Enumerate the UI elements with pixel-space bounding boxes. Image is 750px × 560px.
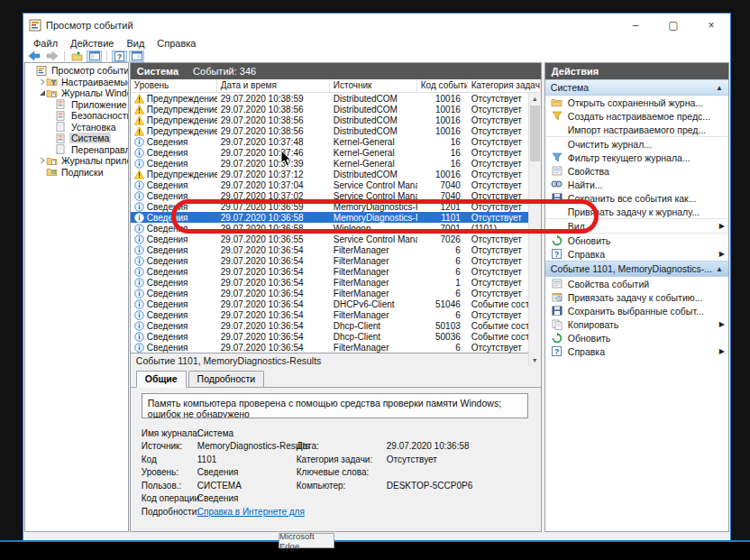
online-help-link[interactable]: Справка в Интернете для xyxy=(197,507,297,517)
scroll-up-icon[interactable]: ▲ xyxy=(529,93,541,104)
toolbar-separator xyxy=(64,51,65,61)
collapse-icon[interactable]: ▲ xyxy=(712,265,723,273)
event-row[interactable]: Сведения29.07.2020 10:37:02Service Contr… xyxy=(131,190,541,201)
event-row[interactable]: Предупреждение29.07.2020 10:37:12Distrib… xyxy=(131,169,541,179)
chevron-right-icon[interactable] xyxy=(38,78,46,86)
action-item[interactable]: Свойства событий xyxy=(545,277,728,290)
action-item-label: Справка xyxy=(568,346,605,357)
log-icon xyxy=(56,99,67,109)
scroll-down-icon[interactable]: ▼ xyxy=(529,354,541,365)
column-header-4[interactable]: Категория задачи xyxy=(468,79,541,92)
column-header-1[interactable]: Дата и время xyxy=(217,79,330,92)
info-icon xyxy=(134,234,144,244)
event-row[interactable]: Сведения29.07.2020 10:36:59MemoryDiagnos… xyxy=(131,201,541,212)
action-pane-toggle-button[interactable] xyxy=(129,50,144,62)
tree-node-label: Просмотр событий (Локальный) xyxy=(50,65,129,76)
event-row[interactable]: Предупреждение29.07.2020 10:38:56Distrib… xyxy=(131,104,541,115)
actions-section-header[interactable]: Система▲ xyxy=(545,79,728,96)
action-item[interactable]: Очистить журнал... xyxy=(545,136,728,151)
event-row[interactable]: Сведения29.07.2020 10:37:46Kernel-Genera… xyxy=(131,147,541,158)
column-header-0[interactable]: Уровень xyxy=(131,79,217,92)
chevron-down-icon[interactable] xyxy=(38,89,46,97)
action-item[interactable]: Открыть сохраненный журна... xyxy=(545,96,728,109)
tree-node[interactable]: Безопасность xyxy=(25,110,128,122)
event-row[interactable]: Сведения29.07.2020 10:36:54FilterManager… xyxy=(131,277,541,288)
action-item[interactable]: ?Справка▶ xyxy=(545,344,728,358)
tree-node[interactable]: Установка xyxy=(25,122,128,133)
event-row[interactable]: Сведения29.07.2020 10:36:58MemoryDiagnos… xyxy=(131,212,541,223)
event-list[interactable]: Предупреждение29.07.2020 10:38:59Distrib… xyxy=(131,93,541,353)
event-date: 29.07.2020 10:36:54 xyxy=(217,289,330,298)
action-item[interactable]: Создать настраиваемое предс... xyxy=(545,109,728,123)
tree-node[interactable]: Система xyxy=(25,133,128,144)
menu-1[interactable]: Действие xyxy=(64,38,120,49)
event-row[interactable]: Предупреждение29.07.2020 10:38:56Distrib… xyxy=(131,125,541,136)
event-row[interactable]: Сведения29.07.2020 10:36:54Dhcp-Client50… xyxy=(131,320,541,331)
menu-2[interactable]: Вид xyxy=(120,38,151,49)
close-button[interactable]: × xyxy=(692,14,730,36)
actions-section-header[interactable]: Событие 1101, MemoryDiagnostics-...▲ xyxy=(545,261,728,277)
detail-field-row: Пользов.:СИСТЕМАКомпьютер:DESKTOP-5CCP0P… xyxy=(142,479,532,492)
console-tree-toggle-button[interactable] xyxy=(87,50,102,62)
event-level: Предупреждение xyxy=(147,115,217,125)
back-button[interactable] xyxy=(27,50,42,62)
column-header-3[interactable]: Код события xyxy=(417,79,468,92)
action-item[interactable]: Свойства xyxy=(545,164,728,178)
tree-node[interactable]: Перенаправленные события xyxy=(25,144,128,156)
event-row[interactable]: Предупреждение29.07.2020 10:38:59Distrib… xyxy=(131,93,541,104)
action-item[interactable]: ?Справка▶ xyxy=(545,247,728,261)
tab-Общие[interactable]: Общие xyxy=(136,371,187,388)
log-header-bar: Система Событий: 346 xyxy=(131,63,541,79)
action-item[interactable]: Сохранить выбранные событ... xyxy=(545,304,728,317)
event-row[interactable]: Сведения29.07.2020 10:36:58Winlogon7001(… xyxy=(131,223,541,234)
action-item[interactable]: Обновить xyxy=(545,233,728,247)
tree-node[interactable]: Просмотр событий (Локальный) xyxy=(25,65,128,77)
tree-node[interactable]: Приложение xyxy=(25,99,128,111)
menu-3[interactable]: Справка xyxy=(151,38,202,49)
event-row[interactable]: Сведения29.07.2020 10:37:39Kernel-Genera… xyxy=(131,158,541,169)
scrollbar-thumb[interactable] xyxy=(530,106,540,161)
event-row[interactable]: Сведения29.07.2020 10:36:54FilterManager… xyxy=(131,309,541,320)
event-row[interactable]: Сведения29.07.2020 10:36:54FilterManager… xyxy=(131,288,541,298)
event-row[interactable]: Сведения29.07.2020 10:36:54FilterManager… xyxy=(131,255,541,266)
event-list-scrollbar[interactable]: ▲ ▼ xyxy=(528,93,541,365)
tree-node[interactable]: Журналы приложений и служб xyxy=(25,155,128,167)
help-button[interactable]: ? xyxy=(112,50,127,62)
svg-text:?: ? xyxy=(117,51,122,60)
tab-Подробности[interactable]: Подробности xyxy=(188,371,265,388)
minimize-button[interactable]: – xyxy=(617,14,654,36)
event-row[interactable]: Сведения29.07.2020 10:36:54Dhcp-Client50… xyxy=(131,331,541,342)
action-item[interactable]: Импорт настраиваемого пред... xyxy=(545,123,728,136)
collapse-icon[interactable]: ▲ xyxy=(712,84,723,92)
column-header-2[interactable]: Источник xyxy=(330,79,417,92)
action-item[interactable]: Обновить xyxy=(545,331,728,344)
action-item[interactable]: Найти... xyxy=(545,178,728,191)
event-row[interactable]: Сведения29.07.2020 10:37:48Kernel-Genera… xyxy=(131,136,541,147)
maximize-button[interactable]: ▢ xyxy=(654,14,692,36)
event-row[interactable]: Сведения29.07.2020 10:36:54FilterManager… xyxy=(131,244,541,255)
taskbar[interactable] xyxy=(0,540,750,560)
tree-node[interactable]: Журналы Windows xyxy=(25,87,128,99)
expander-spacer xyxy=(48,123,56,131)
event-row[interactable]: Сведения29.07.2020 10:36:54FilterManager… xyxy=(131,342,541,353)
action-item[interactable]: Копировать▶ xyxy=(545,317,728,331)
action-item[interactable]: Фильтр текущего журнала... xyxy=(545,151,728,164)
tree-node[interactable]: Настраиваемые представления xyxy=(25,77,128,88)
info-icon xyxy=(134,267,144,277)
export-log-button[interactable] xyxy=(69,50,85,62)
event-row[interactable]: Сведения29.07.2020 10:36:55Service Contr… xyxy=(131,234,541,244)
event-level: Сведения xyxy=(147,321,188,331)
event-row[interactable]: Сведения29.07.2020 10:36:54FilterManager… xyxy=(131,266,541,277)
forward-button[interactable] xyxy=(44,50,59,62)
event-row[interactable]: Предупреждение29.07.2020 10:38:56Distrib… xyxy=(131,115,541,125)
event-row[interactable]: Сведения29.07.2020 10:37:04Service Contr… xyxy=(131,179,541,190)
menu-0[interactable]: Файл xyxy=(27,38,64,49)
copy-icon xyxy=(551,319,563,330)
chevron-right-icon[interactable] xyxy=(38,157,46,165)
action-item[interactable]: Вид▶ xyxy=(545,218,728,233)
action-item[interactable]: Привязать задачу к журналу... xyxy=(545,205,728,218)
tree-node[interactable]: Подписки xyxy=(25,167,128,179)
action-item[interactable]: Привязать задачу к событию... xyxy=(545,290,728,304)
event-row[interactable]: Сведения29.07.2020 10:36:54DHCPv6-Client… xyxy=(131,298,541,309)
action-item[interactable]: Сохранить все события как... xyxy=(545,191,728,205)
